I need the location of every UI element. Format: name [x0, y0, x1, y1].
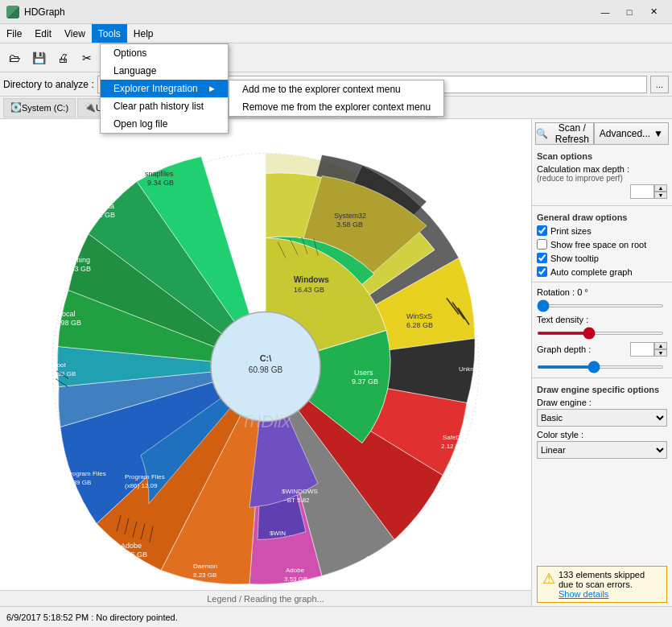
minimize-button[interactable]: —	[593, 4, 617, 20]
menu-tools[interactable]: Tools	[92, 24, 127, 43]
status-text: 6/9/2017 5:18:52 PM : No directory point…	[6, 613, 178, 622]
free-space-label: Show free space on root	[550, 240, 646, 250]
toolbar-cut[interactable]: ✂	[76, 47, 98, 69]
print-sizes-checkbox[interactable]	[537, 225, 547, 236]
svg-text:snapfiles: snapfiles	[145, 170, 174, 178]
svg-text:Sources: Sources	[366, 555, 390, 562]
svg-text:3.53 GB: 3.53 GB	[284, 575, 307, 583]
app-icon	[6, 6, 19, 19]
calc-depth-spinner: 5 ▲ ▼	[630, 184, 667, 199]
maximize-button[interactable]: □	[617, 4, 641, 20]
svg-text:Users: Users	[354, 369, 373, 377]
svg-text:9.37 GB: 9.37 GB	[352, 377, 378, 386]
svg-text:16.43 GB: 16.43 GB	[294, 286, 324, 294]
svg-text:Adobe: Adobe	[121, 542, 142, 550]
free-space-checkbox[interactable]	[537, 239, 547, 250]
svg-text:Roaming: Roaming	[61, 256, 90, 264]
drivetab-c[interactable]: 💽 System (C:)	[3, 98, 76, 118]
svg-text:~BT 5.82: ~BT 5.82	[283, 497, 310, 504]
draw-engine-select[interactable]: Basic GDI+	[537, 409, 667, 427]
svg-text:3.58 GB: 3.58 GB	[336, 221, 363, 229]
calc-depth-down[interactable]: ▼	[654, 192, 667, 199]
svg-text:3.43 GB: 3.43 GB	[64, 265, 91, 273]
menu-options[interactable]: Options	[101, 44, 228, 62]
close-button[interactable]: ✕	[641, 4, 666, 20]
menu-clear-history[interactable]: Clear path history list	[101, 97, 228, 115]
draw-options-label: General draw options	[532, 209, 672, 224]
auto-complete-option: Auto complete graph	[532, 265, 672, 278]
divider1	[532, 205, 672, 206]
toolbar-save[interactable]: 💾	[27, 47, 50, 69]
menu-language[interactable]: Language	[101, 62, 228, 80]
svg-text:8.23 GB: 8.23 GB	[193, 571, 216, 579]
toolbar-new[interactable]: 🗁	[3, 47, 26, 69]
rotation-slider[interactable]	[537, 304, 664, 307]
calc-depth-input[interactable]: 5	[630, 184, 654, 199]
svg-text:C:\: C:\	[260, 353, 272, 363]
svg-text:2.98 GB: 2.98 GB	[55, 319, 81, 327]
show-details-link[interactable]: Show details	[559, 589, 662, 599]
svg-text:60.98 GB: 60.98 GB	[249, 365, 283, 374]
svg-text:Local: Local	[58, 310, 76, 318]
graph-depth-spinner: 5 ▲ ▼	[630, 342, 667, 357]
rotation-label: Rotation : 0 °	[537, 287, 667, 297]
svg-text:7.39 GB: 7.39 GB	[68, 479, 91, 486]
tooltip-checkbox[interactable]	[537, 253, 547, 263]
menu-help[interactable]: Help	[127, 24, 160, 43]
graph-depth-up[interactable]: ▲	[654, 342, 667, 349]
window-title: HDGraph	[24, 6, 593, 18]
main-area: WinSxS 6.28 GB Unkn. SafeDS 2.12 GB Safe…	[0, 119, 672, 606]
print-sizes-option: Print sizes	[532, 224, 672, 237]
svg-text:5.21 GB: 5.21 GB	[366, 563, 390, 571]
print-sizes-label: Print sizes	[550, 226, 592, 236]
graph-depth-slider-row	[532, 358, 672, 374]
svg-text:SafeDS: SafeDS	[443, 434, 465, 441]
svg-text:6.95 GB: 6.95 GB	[121, 551, 147, 559]
drive-icon-e: 🔌	[85, 102, 96, 113]
toolbar-print[interactable]: 🖨	[52, 47, 74, 69]
legend-text: Legend / Reading the graph...	[207, 594, 324, 604]
menu-edit[interactable]: Edit	[28, 24, 58, 43]
advanced-button[interactable]: Advanced... ▼	[594, 122, 669, 145]
svg-text:SafeDS: SafeDS	[429, 506, 451, 514]
calc-depth-label: Calculation max depth :	[537, 164, 667, 174]
draw-engine-label: Draw engine :	[537, 398, 667, 407]
submenu-remove[interactable]: Remove me from the explorer context menu	[229, 98, 443, 116]
divider2	[532, 282, 672, 283]
svg-text:$WIN: $WIN	[270, 530, 286, 537]
show-free-space-option: Show free space on root	[532, 237, 672, 251]
svg-text:Mount: Mount	[429, 515, 447, 522]
svg-text:6.41 GB: 6.41 GB	[89, 211, 115, 219]
graph-depth-down[interactable]: ▼	[654, 349, 667, 357]
addressbar-label: Directory to analyze :	[3, 79, 94, 90]
scan-options-label: Scan options	[532, 148, 672, 163]
color-style-select[interactable]: Linear Rainbow Monochrome	[537, 441, 667, 459]
scan-refresh-button[interactable]: 🔍 Scan / Refresh	[535, 122, 594, 145]
svg-text:$WINDOWS: $WINDOWS	[282, 488, 318, 495]
disk-chart: WinSxS 6.28 GB Unkn. SafeDS 2.12 GB Safe…	[0, 119, 531, 606]
browse-button[interactable]: ...	[650, 76, 669, 93]
auto-complete-label: Auto complete graph	[550, 267, 633, 277]
svg-text:1.80 GB: 1.80 GB	[429, 524, 452, 531]
color-style-label: Color style :	[537, 430, 667, 439]
svg-text:Unkn.: Unkn.	[459, 365, 476, 373]
svg-text:Adobe: Adobe	[286, 567, 305, 574]
menu-view[interactable]: View	[58, 24, 92, 43]
graph-depth-input[interactable]: 5	[630, 342, 654, 357]
advanced-arrow-icon: ▼	[653, 128, 663, 139]
menu-explorer-integration[interactable]: Explorer Integration	[101, 80, 228, 97]
text-density-slider[interactable]	[537, 332, 664, 335]
submenu-add[interactable]: Add me to the explorer context menu	[229, 80, 443, 98]
window-controls: — □ ✕	[593, 4, 666, 20]
menu-open-log[interactable]: Open log file	[101, 115, 228, 133]
graph-depth-slider[interactable]	[537, 365, 664, 369]
scan-icon: 🔍	[536, 128, 548, 139]
legend-bar: Legend / Reading the graph...	[0, 590, 531, 606]
draw-engine-specific-label: Draw engine specific options	[532, 382, 672, 396]
svg-text:TrIDlix: TrIDlix	[241, 411, 291, 431]
auto-complete-checkbox[interactable]	[537, 266, 547, 277]
calc-depth-spinner-btns: ▲ ▼	[654, 184, 667, 199]
calc-depth-up[interactable]: ▲	[654, 184, 667, 192]
menubar: File Edit View Tools Help Options Langua…	[0, 24, 672, 43]
menu-file[interactable]: File	[0, 24, 28, 43]
